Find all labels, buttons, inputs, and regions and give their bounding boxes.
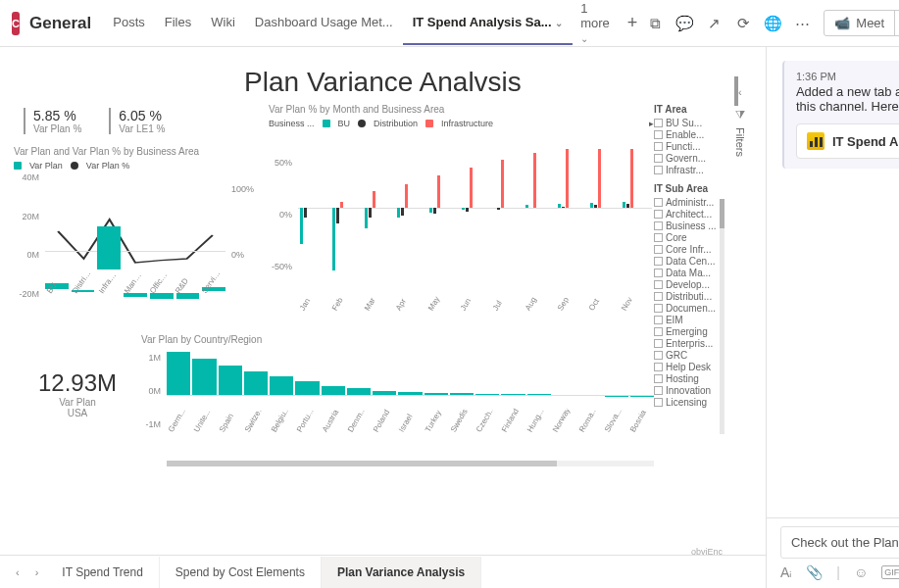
slicer-item[interactable]: Core: [654, 232, 724, 243]
slicer-item[interactable]: Functi...: [654, 141, 724, 152]
kpi-var-plan-pct: 5.85 % Var Plan %: [24, 108, 81, 134]
kpi-var-le1-pct: 6.05 % Var LE1 %: [109, 108, 165, 134]
country-scrollbar[interactable]: [167, 461, 654, 466]
app-header: C General Posts Files Wiki Dashboard Usa…: [0, 0, 899, 47]
compose-area: Aᵢ 📎 | ☺ GIF ❐ ▷ ⋯ ➤: [767, 517, 899, 588]
combo-chart[interactable]: 40M 20M 0M -20M 100% 0%: [14, 172, 259, 319]
chevron-down-icon[interactable]: ⌄: [555, 18, 563, 28]
report-tab-it-spend-trend[interactable]: IT Spend Trend: [46, 557, 160, 588]
more-icon[interactable]: ⋯: [794, 16, 810, 31]
slicer-item[interactable]: Develop...: [654, 279, 724, 290]
filters-label[interactable]: Filters: [734, 127, 746, 157]
slicer-item[interactable]: Core Infr...: [654, 244, 724, 255]
emoji-icon[interactable]: ☺: [854, 564, 868, 580]
slicer-item[interactable]: Hosting: [654, 373, 724, 384]
slicer-item[interactable]: Enable...: [654, 129, 724, 140]
slicer-item[interactable]: GRC: [654, 350, 724, 361]
slicer-item[interactable]: Govern...: [654, 153, 724, 164]
attach-icon[interactable]: 📎: [806, 564, 823, 580]
slicer-it-sub-area-title: IT Sub Area: [654, 183, 724, 194]
collapse-filters-icon[interactable]: ‹: [728, 86, 752, 98]
slicer-item[interactable]: BU Su...: [654, 118, 724, 128]
meet-button[interactable]: 📹 Meet: [824, 11, 894, 35]
kpi-var-plan-total: 12.93M Var Plan USA: [14, 334, 141, 466]
slicer-item[interactable]: Architect...: [654, 209, 724, 220]
globe-icon[interactable]: 🌐: [765, 16, 780, 31]
page-title: Plan Variance Analvsis: [14, 67, 752, 98]
conversation-panel: 1:36 PM Added a new tab at the top of th…: [767, 47, 899, 588]
message-text: Added a new tab at the top of this chann…: [796, 84, 899, 114]
report-tab-spend-by-cost[interactable]: Spend by Cost Elements: [160, 557, 322, 588]
slicer-item[interactable]: Innovation: [654, 385, 724, 396]
combo-chart-title: Var Plan and Var Plan % by Business Area: [14, 146, 259, 157]
expand-icon[interactable]: ↗: [706, 16, 722, 31]
tab-wiki[interactable]: Wiki: [201, 1, 245, 45]
format-icon[interactable]: Aᵢ: [780, 564, 792, 580]
slicer-item[interactable]: Business ...: [654, 220, 724, 231]
slicer-item[interactable]: Emerging: [654, 326, 724, 337]
gif-icon[interactable]: GIF: [881, 565, 899, 579]
camera-icon: 📹: [834, 16, 850, 30]
spark-chart-title: Var Plan % by Month and Business Area: [269, 104, 654, 115]
report-area: Plan Variance Analvsis ‹ ⧩ Filters IT Ar…: [0, 47, 767, 588]
powerbi-icon: [807, 132, 824, 150]
channel-name[interactable]: General: [29, 14, 91, 33]
slicer-panel: IT Area BU Su...Enable...Functi...Govern…: [654, 102, 724, 409]
tab-link-card[interactable]: IT Spend An...: [796, 123, 899, 159]
slicer-item[interactable]: Enterpris...: [654, 338, 724, 349]
report-tab-plan-variance[interactable]: Plan Variance Analysis: [322, 557, 481, 588]
popout-icon[interactable]: ⧉: [647, 16, 663, 31]
message-time: 1:36 PM: [796, 71, 899, 82]
report-page-tabs: ‹ › IT Spend Trend Spend by Cost Element…: [0, 555, 766, 588]
combo-legend: Var Plan Var Plan %: [14, 161, 259, 171]
funnel-icon[interactable]: ⧩: [728, 108, 752, 122]
channel-tabs: Posts Files Wiki Dashboard Usage Met... …: [103, 1, 647, 45]
meet-dropdown[interactable]: ⌄: [894, 11, 899, 35]
slicer-item[interactable]: Infrastr...: [654, 165, 724, 175]
prev-page-icon[interactable]: ‹: [8, 559, 27, 586]
chat-message[interactable]: 1:36 PM Added a new tab at the top of th…: [782, 61, 899, 169]
filters-pane: ‹ ⧩ Filters: [728, 86, 752, 159]
slicer-item[interactable]: Administr...: [654, 197, 724, 208]
watermark: obviEnc: [691, 547, 723, 555]
chat-icon[interactable]: 💬: [676, 16, 692, 31]
tab-posts[interactable]: Posts: [103, 1, 155, 45]
slicer-item[interactable]: Licensing: [654, 397, 724, 408]
refresh-icon[interactable]: ⟳: [735, 16, 751, 31]
tab-it-spend[interactable]: IT Spend Analysis Sa... ⌄: [403, 1, 573, 45]
country-chart[interactable]: Var Plan by Country/Region 1M 0M -1M Ger…: [141, 334, 654, 466]
slicer-item[interactable]: Documen...: [654, 303, 724, 314]
add-tab-button[interactable]: +: [618, 13, 648, 33]
tabs-more[interactable]: 1 more ⌄: [573, 1, 618, 45]
next-page-icon[interactable]: ›: [27, 559, 47, 586]
slicer-item[interactable]: Data Ma...: [654, 268, 724, 278]
team-avatar[interactable]: C: [12, 12, 20, 35]
tab-files[interactable]: Files: [155, 1, 201, 45]
slicer-item[interactable]: Data Cen...: [654, 256, 724, 267]
spark-legend: Business ... BU Distribution Infrastruct…: [269, 119, 654, 128]
spark-chart[interactable]: 50% 0% -50% JanFebMarAprMayJunJulAugSepO…: [269, 134, 654, 330]
slicer-item[interactable]: Distributi...: [654, 291, 724, 302]
slicer-item[interactable]: EIM: [654, 315, 724, 325]
tab-dashboard-usage[interactable]: Dashboard Usage Met...: [245, 1, 403, 45]
slicer-item[interactable]: Help Desk: [654, 362, 724, 372]
reply-input[interactable]: [780, 526, 899, 559]
slicer-scrollbar[interactable]: [720, 199, 724, 434]
slicer-it-area-title: IT Area: [654, 104, 724, 115]
